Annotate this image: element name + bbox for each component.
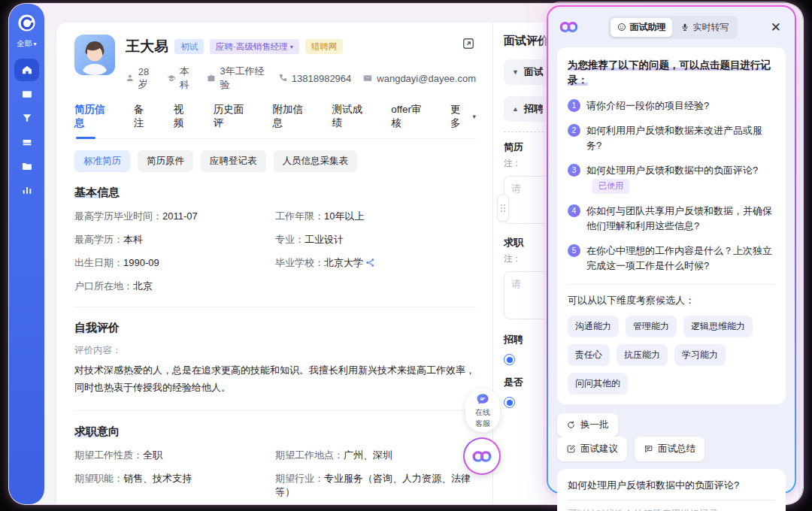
field-label: 工作年限：	[275, 210, 324, 222]
question-item[interactable]: 5 在你心中理想的工作内容是什么？上次独立完成这一项工作是什么时候?	[568, 243, 775, 274]
compose-icon	[566, 444, 576, 454]
used-badge: 已使用	[592, 179, 629, 194]
transcribe-tab-label: 实时转写	[692, 21, 729, 34]
question-item[interactable]: 3 如何处理用户反馈和数据中的负面评论?已使用	[568, 163, 775, 194]
org-label: 全部	[17, 38, 32, 49]
chevron-down-icon: ▾	[33, 41, 36, 47]
tab-notes[interactable]: 备注	[134, 103, 153, 130]
dimension-tag[interactable]: 抗压能力	[617, 344, 668, 366]
sidebar-item-storage[interactable]	[14, 131, 39, 153]
self-eval-content: 对技术深感热爱的人，总是在追求更高的技能和知识。我擅长利用新兴技术来提高工作效率…	[74, 362, 476, 397]
pane-resize-handle[interactable]	[497, 194, 509, 222]
sidebar-item-folders[interactable]	[14, 155, 39, 177]
field-value: 广州、深圳	[344, 449, 392, 461]
dimension-tag[interactable]: 逻辑思维能力	[683, 316, 753, 337]
dimension-tag[interactable]: 责任心	[568, 344, 610, 366]
interview-summary-button[interactable]: 面试总结	[635, 437, 704, 461]
field-label: 期望工作地点：	[275, 449, 344, 461]
tab-offer-review[interactable]: offer审核	[391, 103, 430, 130]
service-label: 在线	[475, 407, 490, 417]
question-number-badge: 3	[568, 164, 580, 177]
question-item[interactable]: 1 请你介绍一段你的项目经验?	[568, 98, 775, 113]
expand-window-button[interactable]	[461, 36, 476, 54]
chip-info-collection-form[interactable]: 人员信息采集表	[274, 150, 358, 172]
tab-more[interactable]: 更多 ▾	[450, 103, 476, 130]
tab-history-review[interactable]: 历史面评	[214, 103, 253, 130]
chip-standard-resume[interactable]: 标准简历	[74, 150, 130, 172]
field-value: 销售、技术支持	[123, 473, 192, 484]
field-value: 10年以上	[324, 210, 364, 222]
tab-interview-assistant[interactable]: 面试助理	[611, 18, 672, 37]
refresh-batch-button[interactable]: 换一批	[557, 413, 618, 437]
note-composer[interactable]: 如何处理用户反馈和数据中的负面评论? 可以针对候选人的答题表现进行记录	[557, 469, 786, 511]
dimension-tag[interactable]: 问问其他的	[568, 373, 628, 395]
sidebar-item-filter[interactable]	[14, 107, 39, 129]
ai-assistant-launcher[interactable]	[463, 437, 501, 475]
field-value: 北京大学	[324, 257, 363, 268]
radio-selected[interactable]	[504, 354, 515, 365]
question-text: 请你介绍一段你的项目经验?	[586, 98, 709, 113]
summary-label: 面试总结	[658, 443, 695, 455]
field-value: 2011-07	[162, 210, 198, 222]
advice-label: 面试建议	[580, 443, 618, 455]
bar-chart-icon	[21, 184, 33, 196]
job-intent-grid: 期望工作性质：全职 期望工作地点：广州、深圳 期望职能：销售、技术支持 期望行业…	[74, 449, 476, 499]
question-number-badge: 2	[568, 124, 580, 137]
resume-type-chips: 标准简历 简历原件 应聘登记表 人员信息采集表	[74, 150, 476, 172]
experience-value: 3年工作经验	[220, 65, 265, 92]
service-label: 客服	[475, 419, 490, 428]
online-service-button[interactable]: 在线 客服	[465, 389, 500, 432]
school-link-icon[interactable]	[365, 258, 375, 268]
radio-selected[interactable]	[504, 397, 515, 408]
field-label: 期望行业：	[275, 473, 324, 484]
assistant-tab-label: 面试助理	[629, 21, 665, 34]
briefcase-icon	[207, 73, 216, 83]
microphone-icon	[680, 23, 689, 32]
chip-original-resume[interactable]: 简历原件	[138, 150, 193, 172]
eval-group-label: 招聘	[524, 102, 544, 116]
question-text: 你如何与团队共享用户反馈和数据，并确保他们理解和利用这些信息?	[586, 204, 775, 234]
position-selector[interactable]: 应聘·高级销售经理 ▾	[210, 39, 299, 54]
question-item[interactable]: 4 你如何与团队共享用户反馈和数据，并确保他们理解和利用这些信息?	[568, 204, 775, 234]
interview-advice-button[interactable]: 面试建议	[557, 437, 627, 461]
folder-icon	[21, 160, 33, 172]
field-value: 本科	[123, 234, 143, 245]
question-item[interactable]: 2 如何利用用户反馈和数据来改进产品或服务?	[568, 123, 775, 153]
tab-video[interactable]: 视频	[174, 103, 193, 130]
sidebar-item-home[interactable]	[14, 59, 39, 81]
sidebar-item-resumes[interactable]	[14, 83, 39, 105]
ai-panel-header: 面试助理 实时转写 ✕	[557, 14, 786, 40]
field-value: 全职	[143, 449, 162, 461]
question-text: 如何处理用户反馈和数据中的负面评论?	[586, 165, 758, 176]
profile-tabs: 简历信息 备注 视频 历史面评 附加信息 测试成绩 offer审核 更多 ▾	[74, 103, 476, 139]
smiley-icon	[617, 23, 626, 32]
chat-bubble-icon	[476, 392, 489, 406]
composer-question: 如何处理用户反馈和数据中的负面评论?	[568, 479, 775, 500]
field-label: 期望工作性质：	[74, 449, 143, 461]
field-label: 毕业学校：	[275, 257, 324, 268]
dimension-tags: 沟通能力 管理能力 逻辑思维能力 责任心 抗压能力 学习能力 问问其他的	[568, 316, 775, 395]
section-title-basic-info: 基本信息	[74, 186, 120, 200]
field-label: 最高学历毕业时间：	[74, 210, 162, 222]
divider	[74, 410, 476, 411]
sidebar-item-stats[interactable]	[14, 179, 39, 201]
question-number-badge: 4	[568, 204, 580, 217]
chip-application-form[interactable]: 应聘登记表	[201, 150, 266, 172]
questions-intro: 为您推荐了以下的问题，可以点击题目进行记录：	[568, 58, 775, 89]
dimension-tag[interactable]: 管理能力	[626, 316, 677, 337]
field-label: 出生日期：	[74, 257, 123, 268]
tab-extra-info[interactable]: 附加信息	[273, 103, 312, 130]
field-value: 工业设计	[304, 234, 344, 245]
resume-card-icon	[21, 88, 33, 100]
org-switcher[interactable]: 全部 ▾	[17, 38, 36, 49]
tab-resume-info[interactable]: 简历信息	[74, 103, 114, 130]
eval-group-label: 面试	[524, 65, 544, 79]
divider	[74, 307, 476, 307]
home-icon	[21, 64, 33, 76]
close-icon[interactable]: ✕	[768, 20, 784, 35]
dimension-tag[interactable]: 沟通能力	[568, 316, 619, 337]
dimension-tag[interactable]: 学习能力	[674, 344, 726, 366]
app-logo-icon[interactable]	[17, 13, 37, 33]
tab-test-scores[interactable]: 测试成绩	[332, 103, 371, 130]
tab-live-transcribe[interactable]: 实时转写	[674, 18, 735, 37]
